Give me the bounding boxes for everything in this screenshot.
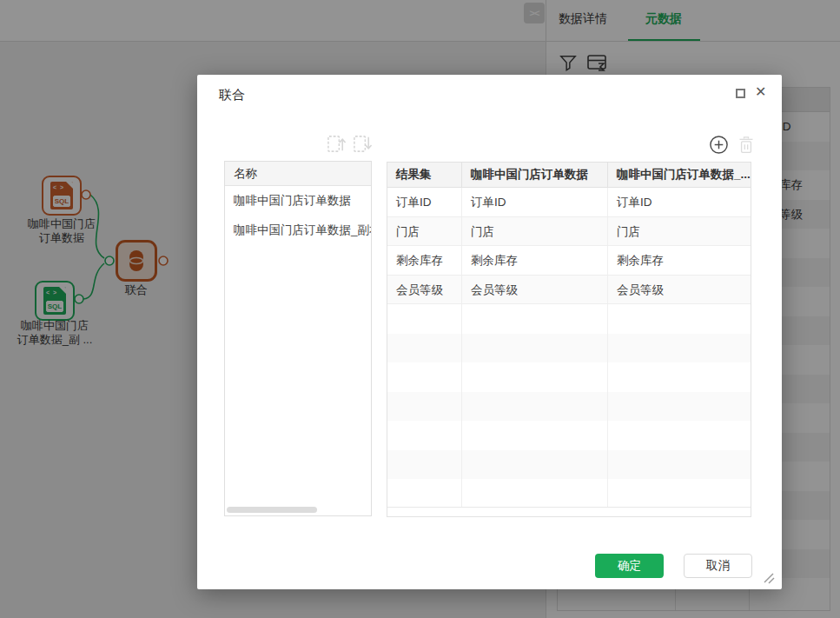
mapping-row-empty (387, 479, 751, 508)
resize-handle[interactable] (763, 572, 775, 584)
mapping-row: 门店 门店 门店 (387, 217, 751, 247)
mapping-row: 剩余库存 剩余库存 剩余库存 (387, 246, 751, 276)
dataset-list-item[interactable]: 咖啡中国门店订单数据_副本 (225, 216, 371, 245)
ok-button[interactable]: 确定 (595, 554, 664, 578)
mapping-cell[interactable]: 订单ID (387, 188, 462, 216)
move-up-icon[interactable] (327, 134, 347, 154)
header-cell: 咖啡中国门店订单数据 (462, 163, 608, 187)
mapping-row-empty (387, 450, 751, 480)
mapping-table-body: 订单ID 订单ID 订单ID 门店 门店 门店 剩余库存 剩余库存 剩余库存 会… (387, 188, 751, 508)
dataset-list-item[interactable]: 咖啡中国门店订单数据 (225, 186, 371, 216)
mapping-cell[interactable]: 剩余库存 (608, 246, 751, 275)
app-window: < > SQL 咖啡中国门店 订单数据 < > SQL 咖啡中国门店 订单数据_… (0, 0, 840, 618)
dialog-title: 联合 (219, 87, 245, 103)
mapping-row-empty (387, 421, 751, 450)
table-scroll-track[interactable] (387, 507, 751, 516)
mapping-cell[interactable]: 订单ID (462, 188, 608, 216)
horizontal-scrollbar[interactable] (227, 507, 317, 513)
mapping-row-empty (387, 392, 751, 422)
cancel-button[interactable]: 取消 (684, 554, 752, 578)
close-icon[interactable]: ✕ (755, 83, 766, 100)
mapping-cell[interactable]: 剩余库存 (462, 246, 608, 275)
mapping-row: 会员等级 会员等级 会员等级 (387, 276, 751, 305)
union-dialog: 联合 ✕ 名称 咖啡中国门店订单数据 (197, 75, 782, 589)
mapping-cell[interactable]: 会员等级 (608, 276, 751, 304)
mapping-row: 订单ID 订单ID 订单ID (387, 188, 751, 217)
mapping-cell[interactable]: 门店 (462, 217, 608, 246)
mapping-cell[interactable]: 会员等级 (462, 276, 608, 304)
mapping-table-header: 结果集 咖啡中国门店订单数据 咖啡中国门店订单数据_... (387, 163, 751, 188)
mapping-cell[interactable]: 门店 (608, 217, 751, 246)
mapping-cell[interactable]: 剩余库存 (387, 246, 462, 275)
delete-icon[interactable] (737, 136, 755, 155)
dataset-list-header: 名称 (225, 162, 371, 186)
maximize-button[interactable] (736, 89, 745, 98)
mapping-row-empty (387, 304, 751, 334)
mapping-row-empty (387, 334, 751, 363)
mapping-row-empty (387, 362, 751, 392)
header-cell: 咖啡中国门店订单数据_... (608, 163, 751, 187)
dataset-list: 名称 咖啡中国门店订单数据 咖啡中国门店订单数据_副本 (224, 161, 372, 516)
field-mapping-table: 结果集 咖啡中国门店订单数据 咖啡中国门店订单数据_... 订单ID 订单ID … (387, 162, 751, 517)
header-cell: 结果集 (387, 163, 462, 187)
mapping-cell[interactable]: 订单ID (608, 188, 751, 216)
mapping-cell[interactable]: 门店 (387, 217, 462, 246)
move-down-icon[interactable] (353, 134, 373, 154)
mapping-cell[interactable]: 会员等级 (387, 276, 462, 304)
add-column-icon[interactable] (709, 135, 729, 155)
